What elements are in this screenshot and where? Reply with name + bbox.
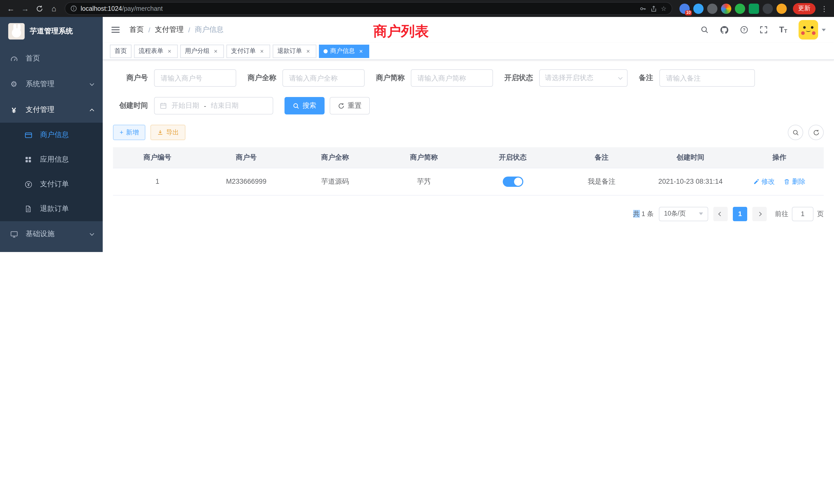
close-icon[interactable]: ×: [258, 47, 265, 55]
navbar-actions: ? TT: [701, 20, 826, 40]
close-icon[interactable]: ×: [166, 47, 173, 55]
search-icon: [293, 102, 300, 109]
short-name-input[interactable]: [411, 69, 493, 87]
cell-create-time: 2021-10-23 08:31:14: [646, 168, 735, 195]
close-icon[interactable]: ×: [305, 47, 312, 55]
password-key-icon[interactable]: [639, 5, 646, 12]
page-size-select[interactable]: 10条/页: [659, 207, 708, 221]
sidebar: 芋道管理系统 首页 ⚙ 系统管理 ¥ 支付管理: [0, 17, 103, 252]
cell-actions: 修改 删除: [735, 168, 824, 195]
date-range-picker[interactable]: 开始日期 - 结束日期: [154, 97, 273, 114]
tab-user-group[interactable]: 用户分组×: [180, 44, 224, 58]
user-menu[interactable]: [798, 20, 826, 40]
filter-short-name: 商户简称: [376, 69, 493, 87]
browser-home-icon[interactable]: ⌂: [47, 2, 61, 15]
font-size-icon[interactable]: TT: [779, 26, 787, 34]
prev-page-button[interactable]: [713, 207, 728, 221]
filter-remark: 备注: [639, 69, 755, 87]
browser-back-icon[interactable]: ←: [4, 2, 18, 15]
bookmark-star-icon[interactable]: ☆: [661, 5, 666, 12]
refresh-table-button[interactable]: [808, 125, 824, 140]
search-icon: [792, 129, 799, 136]
fullscreen-icon[interactable]: [760, 26, 768, 34]
page-number-button[interactable]: 1: [733, 207, 747, 221]
browser-reload-icon[interactable]: [33, 2, 46, 15]
url-bar[interactable]: localhost:1024/pay/merchant ☆: [65, 2, 672, 15]
col-header: 商户号: [202, 147, 291, 168]
start-date-placeholder[interactable]: 开始日期: [172, 101, 199, 110]
sidebar-item-dev-tools[interactable]: 研发工具: [0, 247, 103, 252]
sidebar-item-home[interactable]: 首页: [0, 46, 103, 71]
site-info-icon[interactable]: [70, 5, 77, 12]
extension-icon-8[interactable]: [776, 3, 787, 14]
hamburger-icon[interactable]: [111, 26, 120, 34]
cell-remark: 我是备注: [557, 168, 646, 195]
breadcrumb-item[interactable]: 支付管理: [155, 25, 183, 35]
browser-update-button[interactable]: 更新: [793, 3, 815, 14]
chevron-down-icon: [699, 212, 703, 215]
tab-pay-order[interactable]: 支付订单×: [226, 44, 270, 58]
page-content: 商户号 商户全称 商户简称 开启状态 请选择开启状态: [103, 60, 834, 252]
status-select[interactable]: 请选择开启状态: [539, 69, 628, 87]
plus-icon: +: [120, 129, 124, 136]
end-date-placeholder[interactable]: 结束日期: [211, 101, 239, 110]
tab-merchant-info[interactable]: 商户信息×: [319, 44, 369, 58]
extension-icon-5[interactable]: [735, 3, 745, 14]
add-button[interactable]: + 新增: [113, 125, 146, 140]
grid-icon: [24, 156, 33, 163]
sidebar-item-refund-order[interactable]: 退款订单: [0, 197, 103, 221]
sidebar-item-pay-order[interactable]: 支付订单: [0, 172, 103, 197]
breadcrumb-item-current: 商户信息: [195, 25, 224, 35]
sidebar-item-system[interactable]: ⚙ 系统管理: [0, 71, 103, 97]
browser-menu-icon[interactable]: ⋮: [818, 4, 830, 13]
help-icon[interactable]: ?: [740, 26, 748, 34]
extension-icon-2[interactable]: [693, 3, 704, 14]
goto-page-input[interactable]: [792, 207, 813, 221]
full-name-input[interactable]: [282, 69, 365, 87]
export-button[interactable]: 导出: [151, 125, 185, 140]
tab-home[interactable]: 首页: [110, 44, 131, 58]
search-button[interactable]: 搜索: [285, 97, 325, 114]
user-avatar[interactable]: [798, 20, 818, 40]
cell-merchant-no: M233666999: [202, 168, 291, 195]
col-header: 备注: [557, 147, 646, 168]
extension-icon-7[interactable]: [763, 3, 773, 14]
screen: ← → ⌂ localhost:1024/pay/merchant ☆ 10: [0, 0, 834, 252]
extension-icon-1[interactable]: 10: [679, 3, 690, 14]
merchant-no-input[interactable]: [154, 69, 236, 87]
status-toggle[interactable]: [503, 176, 523, 187]
remark-input[interactable]: [659, 69, 755, 87]
sidebar-menu: 首页 ⚙ 系统管理 ¥ 支付管理: [0, 46, 103, 252]
extension-icon-6[interactable]: [749, 3, 759, 14]
toggle-search-button[interactable]: [788, 125, 803, 140]
top-navbar: 首页 / 支付管理 / 商户信息 商户列表 ?: [103, 17, 834, 43]
app-logo[interactable]: 芋道管理系统: [0, 17, 103, 46]
chevron-down-icon: [618, 75, 623, 79]
sidebar-item-merchant-info[interactable]: 商户信息: [0, 123, 103, 147]
cell-status: [468, 168, 557, 195]
sidebar-item-app-info[interactable]: 应用信息: [0, 147, 103, 172]
reset-button[interactable]: 重置: [330, 97, 370, 114]
breadcrumb-item[interactable]: 首页: [129, 25, 144, 35]
col-header: 商户编号: [113, 147, 202, 168]
url-text[interactable]: localhost:1024/pay/merchant: [81, 5, 163, 12]
pagination-total: 共 1 条: [633, 209, 654, 219]
share-icon[interactable]: [650, 5, 657, 12]
tab-refund-order[interactable]: 退款订单×: [273, 44, 316, 58]
github-icon[interactable]: [720, 25, 729, 34]
browser-forward-icon[interactable]: →: [19, 2, 32, 15]
close-icon[interactable]: ×: [212, 47, 219, 55]
sidebar-item-infrastructure[interactable]: 基础设施: [0, 221, 103, 247]
monitor-icon: [9, 230, 19, 238]
extension-icon-3[interactable]: [707, 3, 718, 14]
close-icon[interactable]: ×: [357, 47, 365, 55]
sidebar-item-label: 基础设施: [26, 229, 54, 239]
filter-row-2: 创建时间 开始日期 - 结束日期 搜索: [113, 97, 824, 114]
tab-process-form[interactable]: 流程表单×: [134, 44, 178, 58]
delete-link[interactable]: 删除: [784, 177, 806, 186]
search-icon[interactable]: [701, 26, 709, 34]
next-page-button[interactable]: [752, 207, 767, 221]
edit-link[interactable]: 修改: [753, 177, 775, 186]
sidebar-item-payment[interactable]: ¥ 支付管理: [0, 97, 103, 123]
extension-icon-4[interactable]: [721, 3, 731, 14]
